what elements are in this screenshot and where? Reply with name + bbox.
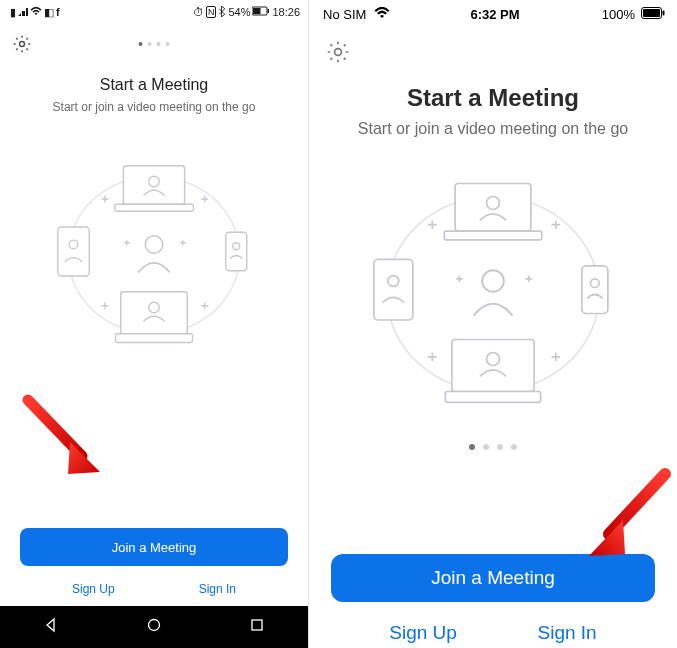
top-row [0,24,308,58]
nfc-icon: N [206,6,217,18]
wifi-icon [30,6,42,18]
fb-icon: f [56,6,60,18]
auth-links: Sign Up Sign In [0,566,308,606]
svg-rect-8 [58,227,90,276]
svg-rect-23 [455,183,531,231]
top-row [309,28,677,68]
nav-back-icon[interactable] [43,617,59,637]
battery-icon [641,7,665,22]
svg-rect-2 [268,9,270,13]
page-title: Start a Meeting [100,76,209,94]
signup-link[interactable]: Sign Up [389,622,457,644]
nav-home-icon[interactable] [146,617,162,637]
svg-rect-20 [663,10,665,15]
alarm-icon: ⏱ [193,6,204,18]
svg-rect-19 [643,9,660,17]
svg-rect-31 [445,391,540,402]
page-indicator [469,444,517,450]
android-status-bar: ▮ ◧ f ⏱ N 54% 18:26 [0,0,308,24]
bt-icon [218,6,226,19]
social1-icon: ◧ [44,6,54,19]
page-subtitle: Start or join a video meeting on the go [53,100,256,114]
svg-rect-17 [252,620,262,630]
wifi-icon [374,7,390,22]
svg-point-3 [20,42,25,47]
volte-icon: ▮ [10,6,16,19]
svg-point-33 [482,270,504,292]
gear-icon[interactable] [12,34,32,54]
signin-link[interactable]: Sign In [538,622,597,644]
page-indicator [139,42,170,46]
signal-icon [18,6,28,18]
sim-text: No SIM [323,7,366,22]
android-screen: ▮ ◧ f ⏱ N 54% 18:26 Start a Meeting Star… [0,0,309,648]
android-nav-bar [0,606,308,648]
ios-screen: No SIM 6:32 PM 100% Start a Meeting Star… [309,0,677,648]
time-text: 18:26 [272,6,300,18]
svg-point-16 [148,620,159,631]
svg-rect-26 [374,259,413,320]
svg-rect-6 [115,204,194,211]
annotation-arrow [575,466,675,566]
page-title: Start a Meeting [407,84,579,112]
annotation-arrow [20,394,110,480]
battery-text: 54% [228,6,250,18]
nav-recent-icon[interactable] [249,617,265,637]
join-meeting-button[interactable]: Join a Meeting [331,554,655,602]
content: Start a Meeting Start or join a video me… [0,58,308,528]
signup-link[interactable]: Sign Up [72,582,115,596]
join-meeting-button[interactable]: Join a Meeting [20,528,288,566]
svg-rect-13 [116,334,193,343]
svg-point-21 [335,49,342,56]
battery-icon [252,6,270,18]
time-text: 6:32 PM [390,7,599,22]
svg-rect-5 [123,166,184,205]
svg-point-15 [145,236,163,254]
svg-rect-28 [582,265,608,313]
svg-rect-24 [444,231,542,240]
signin-link[interactable]: Sign In [199,582,236,596]
svg-rect-10 [226,232,247,271]
svg-rect-1 [253,8,261,14]
ios-status-bar: No SIM 6:32 PM 100% [309,0,677,28]
devices-illustration [348,164,638,424]
devices-illustration [39,150,269,360]
page-subtitle: Start or join a video meeting on the go [348,118,638,140]
content: Start a Meeting Start or join a video me… [309,68,677,554]
battery-text: 100% [602,7,635,22]
auth-links: Sign Up Sign In [309,602,677,648]
gear-icon[interactable] [325,39,351,65]
